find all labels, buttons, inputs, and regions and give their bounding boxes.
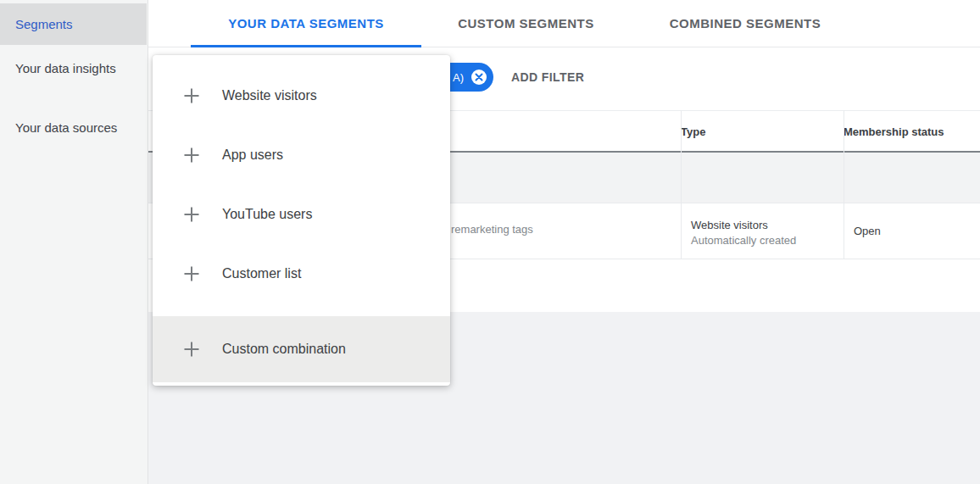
filter-chip-close-icon[interactable] bbox=[471, 70, 487, 85]
segment-type-cell: Website visitors Automatically created bbox=[681, 218, 844, 248]
column-header-label: Type bbox=[681, 125, 705, 138]
tab-combined-segments[interactable]: COMBINED SEGMENTS bbox=[631, 0, 860, 47]
sidebar-item-segments[interactable]: Segments bbox=[0, 3, 147, 45]
column-divider bbox=[681, 110, 682, 259]
plus-icon bbox=[182, 205, 201, 224]
menu-item-label: Website visitors bbox=[222, 88, 317, 103]
tab-custom-segments[interactable]: CUSTOM SEGMENTS bbox=[421, 0, 631, 47]
tab-your-data-segments[interactable]: YOUR DATA SEGMENTS bbox=[191, 0, 421, 47]
segment-type: Website visitors bbox=[691, 218, 844, 233]
add-filter-button[interactable]: ADD FILTER bbox=[511, 63, 584, 92]
tab-label: YOUR DATA SEGMENTS bbox=[228, 16, 384, 31]
add-filter-label: ADD FILTER bbox=[511, 70, 584, 84]
segment-name-description-fragment: remarketing tags bbox=[451, 223, 533, 236]
membership-status-value: Open bbox=[854, 225, 881, 237]
column-header-membership-status[interactable]: Membership status bbox=[844, 111, 980, 152]
segments-tab-bar: YOUR DATA SEGMENTS CUSTOM SEGMENTS COMBI… bbox=[148, 0, 980, 47]
menu-item-label: Custom combination bbox=[222, 342, 346, 357]
tab-label: CUSTOM SEGMENTS bbox=[458, 16, 594, 31]
segment-type-subtext: Automatically created bbox=[691, 233, 844, 248]
column-header-type[interactable]: Type bbox=[681, 111, 844, 152]
sidebar: Segments Your data insights Your data so… bbox=[0, 0, 148, 484]
new-segment-dropdown-menu: Website visitors App users YouTube users… bbox=[153, 55, 450, 386]
menu-item-youtube-users[interactable]: YouTube users bbox=[153, 185, 450, 244]
menu-item-app-users[interactable]: App users bbox=[153, 125, 450, 185]
tab-label: COMBINED SEGMENTS bbox=[670, 16, 821, 31]
plus-icon bbox=[182, 86, 201, 105]
menu-item-website-visitors[interactable]: Website visitors bbox=[153, 66, 450, 125]
menu-item-customer-list[interactable]: Customer list bbox=[153, 244, 450, 303]
column-header-label: Membership status bbox=[844, 125, 944, 138]
segments-page: Segments Your data insights Your data so… bbox=[0, 0, 980, 484]
sidebar-item-your-data-sources[interactable]: Your data sources bbox=[0, 120, 119, 136]
plus-icon bbox=[182, 340, 201, 359]
menu-item-custom-combination[interactable]: Custom combination bbox=[153, 316, 450, 382]
sidebar-item-your-data-insights[interactable]: Your data insights bbox=[0, 60, 119, 77]
menu-item-label: YouTube users bbox=[222, 207, 312, 222]
sidebar-item-label: Your data insights bbox=[15, 61, 116, 75]
menu-item-label: Customer list bbox=[222, 266, 301, 281]
sidebar-item-label: Segments bbox=[15, 17, 73, 31]
menu-item-label: App users bbox=[222, 147, 283, 163]
column-divider bbox=[844, 110, 844, 259]
plus-icon bbox=[182, 146, 201, 164]
sidebar-item-label: Your data sources bbox=[15, 120, 117, 135]
membership-status-cell: Open bbox=[844, 225, 980, 237]
filter-chip-text: A) bbox=[453, 71, 464, 84]
plus-icon bbox=[182, 264, 201, 283]
